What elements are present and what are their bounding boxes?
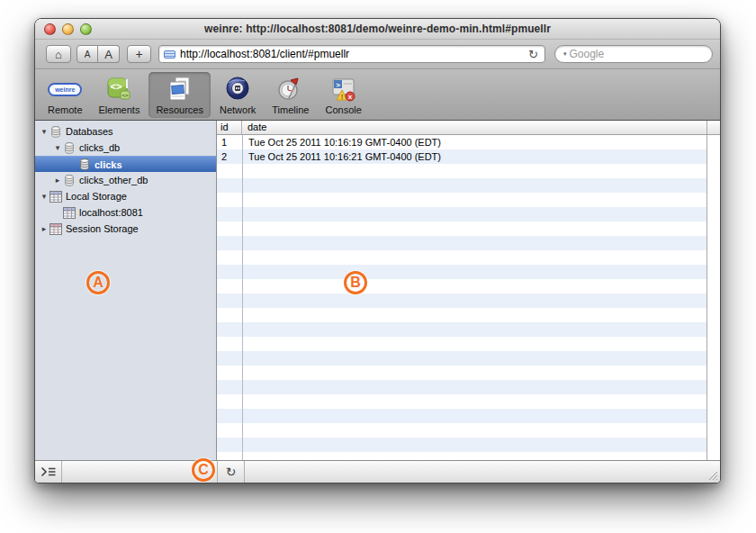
sidebar-item-local-storage[interactable]: ▾ Local Storage bbox=[35, 188, 216, 204]
weinre-badge-icon: weinre bbox=[48, 75, 82, 104]
sidebar-item-label: Local Storage bbox=[66, 191, 127, 202]
tab-console[interactable]: > ! x Console bbox=[318, 72, 368, 118]
annotation-a: A bbox=[86, 271, 110, 294]
tab-elements[interactable]: <> <> Elements bbox=[92, 72, 148, 118]
disclosure-expanded-icon[interactable]: ▾ bbox=[39, 127, 50, 136]
tab-remote[interactable]: weinre Remote bbox=[40, 72, 90, 118]
minimize-button[interactable] bbox=[62, 23, 74, 35]
disclosure-collapsed-icon[interactable]: ▸ bbox=[39, 224, 50, 233]
database-grid: id date 1 Tue Oct 25 2011 10:16:19 GMT-0… bbox=[217, 121, 720, 460]
page-favicon-icon bbox=[164, 50, 176, 59]
column-header-date[interactable]: date bbox=[242, 121, 706, 134]
home-icon: ⌂ bbox=[55, 48, 62, 61]
column-header-id[interactable]: id bbox=[217, 121, 242, 134]
weinre-browser-window: weinre: http://localhost:8081/demo/weinr… bbox=[34, 18, 721, 483]
grid-rows-area: 1 Tue Oct 25 2011 10:16:19 GMT-0400 (EDT… bbox=[217, 135, 706, 460]
elements-icon: <> <> bbox=[105, 75, 132, 104]
refresh-storage-button[interactable]: ↻ bbox=[218, 461, 245, 483]
timeline-icon bbox=[277, 75, 304, 104]
database-icon bbox=[50, 125, 62, 139]
reload-icon[interactable]: ↻ bbox=[526, 48, 540, 61]
tab-resources-label: Resources bbox=[156, 104, 203, 115]
scrollbar-corner bbox=[706, 121, 720, 134]
disclosure-expanded-icon[interactable]: ▾ bbox=[52, 143, 63, 152]
font-smaller-label: A bbox=[85, 50, 91, 59]
inspector-toolbar: weinre Remote <> <> Elements bbox=[35, 69, 720, 121]
search-field[interactable]: ▾ bbox=[554, 45, 713, 63]
tab-remote-label: Remote bbox=[48, 104, 83, 115]
sidebar-item-clicks-db[interactable]: ▾ clicks_db bbox=[35, 140, 216, 156]
network-icon bbox=[224, 75, 251, 104]
sidebar-item-label: Session Storage bbox=[66, 223, 139, 234]
window-controls bbox=[44, 23, 92, 35]
database-icon bbox=[63, 174, 76, 187]
close-button[interactable] bbox=[44, 23, 56, 35]
toggle-console-button[interactable] bbox=[35, 461, 62, 483]
database-table-icon bbox=[78, 158, 91, 171]
sidebar-item-clicks-other-db[interactable]: ▸ clicks_other_db bbox=[35, 172, 216, 188]
resources-sidebar: ▾ Databases ▾ clicks_db bbox=[35, 121, 217, 460]
sidebar-item-databases[interactable]: ▾ Databases bbox=[35, 123, 216, 140]
grid-header: id date bbox=[217, 121, 720, 135]
sidebar-item-label: clicks_other_db bbox=[79, 175, 148, 185]
console-icon: > ! x bbox=[330, 75, 357, 104]
search-options-caret-icon[interactable]: ▾ bbox=[563, 50, 567, 58]
svg-text:x: x bbox=[347, 93, 352, 101]
column-divider[interactable] bbox=[242, 135, 243, 460]
status-bar: ↻ bbox=[35, 460, 720, 483]
tab-timeline-label: Timeline bbox=[272, 104, 309, 115]
tab-console-label: Console bbox=[325, 104, 361, 115]
storage-grid-icon bbox=[50, 191, 62, 203]
home-button[interactable]: ⌂ bbox=[46, 45, 71, 63]
cell-date: Tue Oct 25 2011 10:16:21 GMT-0400 (EDT) bbox=[242, 149, 706, 164]
sidebar-item-label: clicks_db bbox=[79, 142, 120, 153]
search-input[interactable] bbox=[570, 48, 709, 60]
tab-timeline[interactable]: Timeline bbox=[265, 72, 316, 118]
desktop: weinre: http://localhost:8081/demo/weinr… bbox=[0, 0, 756, 533]
sidebar-item-label: clicks bbox=[94, 159, 122, 170]
tab-resources[interactable]: Resources bbox=[148, 72, 211, 118]
sidebar-item-localhost-8081[interactable]: localhost:8081 bbox=[35, 204, 216, 221]
vertical-scrollbar-track[interactable] bbox=[706, 135, 720, 460]
resize-grip-icon[interactable] bbox=[706, 469, 718, 481]
sidebar-item-session-storage[interactable]: ▸ Session Storage bbox=[35, 221, 216, 237]
font-larger-button[interactable]: A bbox=[98, 45, 120, 63]
table-row[interactable]: 2 Tue Oct 25 2011 10:16:21 GMT-0400 (EDT… bbox=[217, 149, 706, 164]
tab-elements-label: Elements bbox=[99, 104, 140, 115]
zoom-button[interactable] bbox=[80, 23, 92, 35]
cell-id: 2 bbox=[217, 149, 242, 164]
disclosure-collapsed-icon[interactable]: ▸ bbox=[52, 176, 63, 185]
font-smaller-button[interactable]: A bbox=[76, 45, 98, 63]
tab-network-label: Network bbox=[220, 104, 256, 115]
plus-icon: + bbox=[135, 47, 142, 61]
cell-date: Tue Oct 25 2011 10:16:19 GMT-0400 (EDT) bbox=[242, 135, 706, 149]
svg-text:!: ! bbox=[340, 93, 343, 101]
browser-toolbar: ⌂ A A + ↻ bbox=[35, 40, 720, 69]
refresh-icon: ↻ bbox=[226, 465, 237, 479]
sidebar-item-label: Databases bbox=[66, 126, 113, 137]
sidebar-item-label: localhost:8081 bbox=[79, 207, 143, 218]
svg-text:<>: <> bbox=[111, 81, 122, 92]
table-row[interactable]: 1 Tue Oct 25 2011 10:16:19 GMT-0400 (EDT… bbox=[217, 135, 706, 149]
url-input[interactable] bbox=[180, 48, 526, 60]
disclosure-expanded-icon[interactable]: ▾ bbox=[39, 192, 50, 201]
content-area: ▾ Databases ▾ clicks_db bbox=[35, 121, 720, 460]
window-title: weinre: http://localhost:8081/demo/weinr… bbox=[204, 23, 551, 35]
console-prompt-icon bbox=[40, 466, 57, 477]
new-tab-button[interactable]: + bbox=[127, 45, 151, 63]
resources-icon bbox=[166, 75, 194, 104]
annotation-c: C bbox=[192, 458, 215, 482]
title-bar[interactable]: weinre: http://localhost:8081/demo/weinr… bbox=[35, 19, 720, 40]
tab-network[interactable]: Network bbox=[212, 72, 263, 118]
annotation-b: B bbox=[344, 271, 367, 294]
svg-text:<>: <> bbox=[122, 93, 130, 98]
svg-text:>: > bbox=[336, 81, 340, 89]
sidebar-item-clicks[interactable]: clicks bbox=[35, 156, 216, 172]
address-bar[interactable]: ↻ bbox=[158, 45, 545, 63]
cell-id: 1 bbox=[217, 135, 242, 149]
storage-grid-icon bbox=[63, 207, 76, 219]
database-icon bbox=[63, 141, 76, 155]
storage-grid-icon bbox=[50, 223, 62, 235]
font-larger-label: A bbox=[104, 48, 112, 61]
